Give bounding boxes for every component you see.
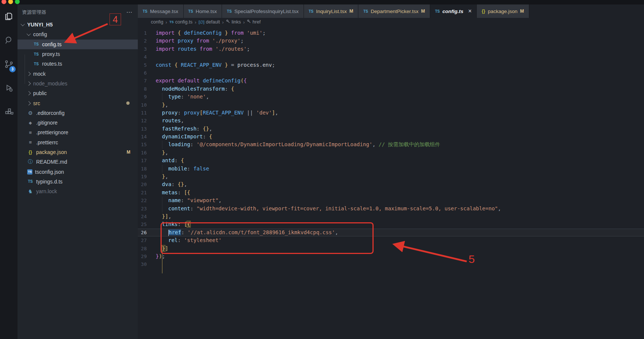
ts-icon: TS <box>33 52 39 56</box>
maximize-window-button[interactable] <box>15 0 20 4</box>
sidebar-item-.editorconfig[interactable]: ⚙.editorconfig <box>18 108 138 118</box>
breadcrumb-item-default[interactable]: [∅]default <box>199 19 220 25</box>
scm-badge: 3 <box>9 66 16 72</box>
code-line[interactable]: 17 antd: { <box>138 157 644 164</box>
code-line[interactable]: 12 routes, <box>138 117 644 125</box>
tab-message.tsx[interactable]: TSMessage.tsx <box>138 4 184 18</box>
sidebar-item-public[interactable]: public <box>18 88 138 98</box>
code-line[interactable]: 25 links: [{ <box>138 220 644 228</box>
code-text: proxy: proxy[REACT_APP_ENV || 'dev'], <box>156 109 278 117</box>
code-line[interactable]: 2import proxy from './proxy'; <box>138 37 644 45</box>
breadcrumb-label: config <box>151 19 163 25</box>
code-line[interactable]: 9 type: 'none', <box>138 93 644 101</box>
sidebar-item-config.ts[interactable]: TSconfig.ts <box>18 40 138 49</box>
code-line[interactable]: 7export default defineConfig({ <box>138 77 644 85</box>
sidebar-item-yunyi_h5[interactable]: YUNYI_H5 <box>18 20 138 29</box>
indent-guide <box>162 141 162 148</box>
sidebar-item-.gitignore[interactable]: ◆.gitignore <box>18 118 138 128</box>
minimize-window-button[interactable] <box>8 0 13 4</box>
file-label: mock <box>33 71 45 77</box>
file-label: public <box>33 90 47 96</box>
breadcrumb-separator: › <box>165 19 167 25</box>
sidebar-item-config[interactable]: config <box>18 29 138 39</box>
code-text: routes, <box>156 117 184 125</box>
source-control-icon[interactable]: 3 <box>0 52 18 76</box>
code-text: import proxy from './proxy'; <box>156 37 244 45</box>
sidebar-item-routes.ts[interactable]: TSroutes.ts <box>18 59 138 69</box>
line-number: 23 <box>138 205 156 213</box>
code-line[interactable]: 28 }] <box>138 245 644 252</box>
code-line[interactable]: 1import { defineConfig } from 'umi'; <box>138 29 644 37</box>
tab-inquirylist.tsx[interactable]: TSInquiryList.tsxM <box>304 4 359 18</box>
code-line[interactable]: 18 mobile: false <box>138 165 644 173</box>
sidebar-item-yarn.lock[interactable]: ♞yarn.lock <box>18 186 138 196</box>
sidebar-item-.prettierrc[interactable]: ≡.prettierrc <box>18 138 138 147</box>
sidebar-item-typings.d.ts[interactable]: TStypings.d.ts <box>18 177 138 186</box>
code-line[interactable]: 19 }, <box>138 173 644 181</box>
code-text: content: "width=device-width, viewport-f… <box>156 205 501 213</box>
code-text: fastRefresh: {}, <box>156 125 212 133</box>
sidebar-item-package.json[interactable]: {}package.jsonM <box>18 147 138 157</box>
tab-package.json[interactable]: {}package.jsonM <box>477 4 529 18</box>
sidebar-item-.prettierignore[interactable]: ≡.prettierignore <box>18 128 138 137</box>
line-number: 2 <box>138 37 156 45</box>
tsbox-icon: TS <box>27 169 32 175</box>
code-line[interactable]: 4 <box>138 53 644 61</box>
code-line[interactable]: 24 }], <box>138 213 644 220</box>
explorer-icon[interactable] <box>0 4 18 28</box>
code-line[interactable]: 26 href: '//at.alicdn.com/t/font_2889616… <box>138 229 644 236</box>
sidebar-item-node_modules[interactable]: node_modules <box>18 79 138 88</box>
breadcrumb-label: links <box>232 19 241 25</box>
ts-icon: TS <box>309 9 314 13</box>
code-line[interactable]: 21 metas: [{ <box>138 189 644 197</box>
explorer-more-actions-icon[interactable]: ⋯ <box>126 9 133 16</box>
sidebar-item-mock[interactable]: mock <box>18 69 138 78</box>
extensions-icon[interactable] <box>0 100 18 124</box>
code-line[interactable]: 3import routes from './routes'; <box>138 45 644 53</box>
code-line[interactable]: 13 fastRefresh: {}, <box>138 125 644 133</box>
code-line[interactable]: 30 <box>138 260 644 268</box>
breadcrumb-item-href[interactable]: href <box>247 19 261 25</box>
code-text: }], <box>156 213 171 220</box>
code-line[interactable]: 10 }, <box>138 101 644 109</box>
code-line[interactable]: 23 content: "width=device-width, viewpor… <box>138 205 644 213</box>
tab-home.tsx[interactable]: TSHome.tsx <box>184 4 222 18</box>
tab-specialprofessinquirylist.tsx[interactable]: TSSpecialProfessInquiryList.tsx <box>222 4 304 18</box>
breadcrumb-item-config[interactable]: config <box>151 19 163 25</box>
tab-label: SpecialProfessInquiryList.tsx <box>234 9 299 14</box>
code-line[interactable]: 6 <box>138 69 644 77</box>
code-editor[interactable]: 1import { defineConfig } from 'umi';2imp… <box>138 26 644 339</box>
code-text: mobile: false <box>156 165 209 173</box>
sidebar-item-readme.md[interactable]: ⓘREADME.md <box>18 157 138 167</box>
search-icon[interactable] <box>0 28 18 52</box>
code-line[interactable]: 27 rel: 'stylesheet' <box>138 236 644 244</box>
code-line[interactable]: 16 }, <box>138 149 644 157</box>
code-line[interactable]: 5const { REACT_APP_ENV } = process.env; <box>138 61 644 69</box>
sidebar-item-src[interactable]: src <box>18 98 138 108</box>
lines-icon: ≡ <box>27 130 34 135</box>
code-line[interactable]: 15 loading: '@/components/DynamicImportL… <box>138 141 644 148</box>
close-window-button[interactable] <box>1 0 6 4</box>
breadcrumb-item-config.ts[interactable]: TSconfig.ts <box>169 19 193 25</box>
tab-departmentpicker.tsx[interactable]: TSDepartmentPicker.tsxM <box>358 4 430 18</box>
code-line[interactable]: 8 nodeModulesTransform: { <box>138 85 644 93</box>
tab-config.ts[interactable]: TSconfig.ts× <box>430 4 477 18</box>
line-number: 26 <box>138 229 156 236</box>
modified-badge: M <box>520 9 524 14</box>
line-number: 4 <box>138 53 156 61</box>
info-icon: ⓘ <box>27 158 34 165</box>
run-debug-icon[interactable] <box>0 76 18 100</box>
line-number: 30 <box>138 260 156 268</box>
code-line[interactable]: 22 name: "viewport", <box>138 197 644 204</box>
code-line[interactable]: 11 proxy: proxy[REACT_APP_ENV || 'dev'], <box>138 109 644 117</box>
symbol-property-wrench-icon <box>226 19 230 25</box>
code-line[interactable]: 14 dynamicImport: { <box>138 133 644 141</box>
line-number: 13 <box>138 125 156 133</box>
code-line[interactable]: 20 dva: {}, <box>138 181 644 188</box>
sidebar-item-proxy.ts[interactable]: TSproxy.ts <box>18 49 138 59</box>
breadcrumb-item-links[interactable]: links <box>226 19 241 25</box>
close-tab-icon[interactable]: × <box>468 8 472 15</box>
code-line[interactable]: 29}); <box>138 252 644 260</box>
sidebar-item-tsconfig.json[interactable]: TStsconfig.json <box>18 167 138 176</box>
line-number: 28 <box>138 245 156 252</box>
